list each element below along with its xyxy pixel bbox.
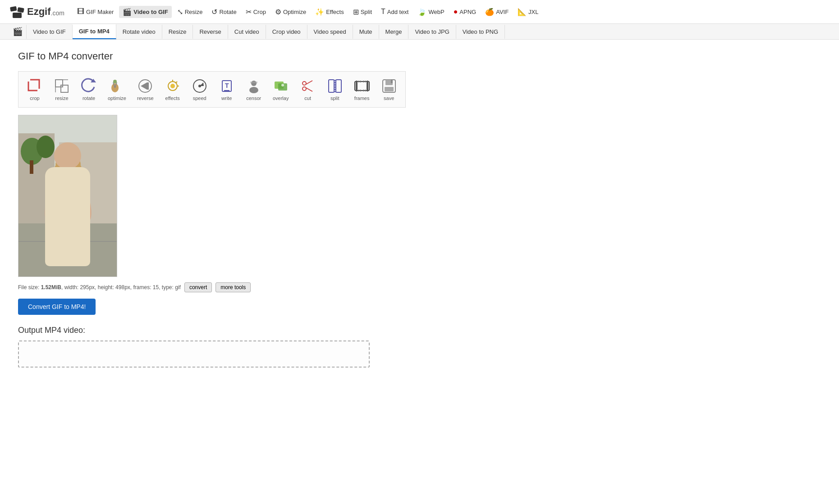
subnav-gif-to-mp4[interactable]: GIF to MP4 xyxy=(73,24,116,39)
svg-point-63 xyxy=(55,156,81,183)
nav-apng[interactable]: ● APNG xyxy=(450,6,480,18)
tool-overlay[interactable]: overlay xyxy=(268,75,293,104)
save-icon xyxy=(381,78,397,94)
optimize-icon xyxy=(109,78,125,94)
tool-censor[interactable]: censor xyxy=(241,75,266,104)
nav-rotate[interactable]: ↺ Rotate xyxy=(208,6,240,18)
tool-optimize[interactable]: optimize xyxy=(103,75,131,104)
svg-point-66 xyxy=(72,163,83,185)
svg-rect-45 xyxy=(358,90,359,91)
tool-split-label: split xyxy=(330,95,339,101)
subnav-cut-video[interactable]: Cut video xyxy=(228,25,266,39)
tool-rotate[interactable]: rotate xyxy=(76,75,101,104)
nav-webp[interactable]: 🍃 WebP xyxy=(414,6,448,18)
nav-optimize-label: Optimize xyxy=(283,9,306,15)
sub-navigation: 🎬 Video to GIF GIF to MP4 Rotate video R… xyxy=(0,24,839,40)
tool-speed[interactable]: speed xyxy=(187,75,212,104)
tool-resize[interactable]: resize xyxy=(49,75,74,104)
output-title: Output MP4 video: xyxy=(18,326,523,335)
subnav-reverse[interactable]: Reverse xyxy=(193,25,228,39)
optimize-icon-nav: ⚙ xyxy=(275,8,281,16)
nav-gif-maker-label: GIF Maker xyxy=(86,9,114,15)
nav-video-to-gif-label: Video to GIF xyxy=(133,9,168,15)
subnav-crop-video[interactable]: Crop video xyxy=(266,25,307,39)
more-tools-button[interactable]: more tools xyxy=(215,282,251,292)
svg-rect-42 xyxy=(367,81,368,91)
nav-add-text-label: Add text xyxy=(387,9,409,15)
nav-resize[interactable]: ⤡ Resize xyxy=(174,6,206,18)
tool-save[interactable]: save xyxy=(376,75,402,104)
svg-point-33 xyxy=(303,82,306,85)
svg-rect-2 xyxy=(13,13,22,18)
tool-overlay-label: overlay xyxy=(273,95,289,101)
tool-cut-label: cut xyxy=(304,95,311,101)
speed-icon xyxy=(192,78,208,94)
image-container xyxy=(18,115,523,277)
split-icon-nav: ⊞ xyxy=(353,8,359,16)
svg-point-69 xyxy=(43,189,57,222)
tool-resize-label: resize xyxy=(55,95,68,101)
tool-write-label: write xyxy=(221,95,232,101)
nav-video-to-gif[interactable]: 🎬 Video to GIF xyxy=(119,6,171,18)
output-box xyxy=(18,341,370,368)
tool-effects[interactable]: effects xyxy=(160,75,185,104)
nav-add-text[interactable]: T Add text xyxy=(377,6,412,18)
resize-icon xyxy=(54,78,70,94)
crop-icon xyxy=(27,78,43,94)
convert-button-small[interactable]: convert xyxy=(184,282,212,292)
subnav-video-to-jpg[interactable]: Video to JPG xyxy=(408,25,456,39)
svg-rect-14 xyxy=(147,82,149,90)
file-size-value: 1.52MiB xyxy=(41,284,61,291)
logo-text: Ezgif xyxy=(27,6,51,18)
jxl-icon-nav: 📐 xyxy=(518,8,527,16)
svg-rect-44 xyxy=(360,81,361,82)
subnav-video-to-png[interactable]: Video to PNG xyxy=(456,25,505,39)
main-content: GIF to MP4 converter crop resize rotate xyxy=(0,40,541,378)
nav-gif-maker[interactable]: 🎞 GIF Maker xyxy=(73,6,117,18)
nav-crop[interactable]: ✂ Crop xyxy=(242,6,270,18)
svg-rect-1 xyxy=(17,7,24,13)
subnav-mute[interactable]: Mute xyxy=(353,25,379,39)
convert-main-button[interactable]: Convert GIF to MP4! xyxy=(18,299,96,315)
tool-speed-label: speed xyxy=(193,95,206,101)
file-info-text: File size: 1.52MiB, width: 295px, height… xyxy=(18,284,181,291)
nav-resize-label: Resize xyxy=(185,9,203,15)
tool-reverse[interactable]: reverse xyxy=(133,75,158,104)
subnav-merge[interactable]: Merge xyxy=(379,25,409,39)
svg-point-34 xyxy=(303,87,306,91)
svg-rect-43 xyxy=(358,81,359,82)
gif-maker-icon: 🎞 xyxy=(77,8,84,16)
frames-icon xyxy=(354,78,370,94)
tool-split[interactable]: split xyxy=(322,75,348,104)
subnav-video-speed[interactable]: Video speed xyxy=(307,25,353,39)
svg-rect-37 xyxy=(329,80,334,92)
svg-rect-3 xyxy=(55,80,63,87)
nav-jxl[interactable]: 📐 JXL xyxy=(514,6,542,18)
svg-rect-38 xyxy=(336,80,341,92)
nav-apng-label: APNG xyxy=(459,9,476,15)
subnav-resize[interactable]: Resize xyxy=(162,25,193,39)
svg-rect-49 xyxy=(363,90,364,91)
svg-point-32 xyxy=(281,84,284,86)
svg-rect-61 xyxy=(18,223,117,277)
resize-icon-nav: ⤡ xyxy=(177,8,183,16)
svg-rect-48 xyxy=(365,81,366,82)
tool-cut[interactable]: cut xyxy=(295,75,321,104)
tool-write[interactable]: T write xyxy=(214,75,239,104)
nav-split[interactable]: ⊞ Split xyxy=(349,6,376,18)
svg-rect-54 xyxy=(385,87,394,91)
subnav-rotate-video[interactable]: Rotate video xyxy=(116,25,162,39)
rotate-icon xyxy=(81,78,97,94)
svg-marker-13 xyxy=(141,82,147,90)
file-size-label: File size: xyxy=(18,284,41,291)
subnav-video-to-gif[interactable]: Video to GIF xyxy=(26,25,73,39)
nav-avif[interactable]: 🍊 AVIF xyxy=(481,6,512,18)
logo[interactable]: Ezgif.com xyxy=(9,4,64,20)
nav-jxl-label: JXL xyxy=(528,9,538,15)
tool-crop[interactable]: crop xyxy=(22,75,47,104)
tool-frames[interactable]: frames xyxy=(349,75,375,104)
svg-point-59 xyxy=(37,136,55,158)
tool-reverse-label: reverse xyxy=(137,95,154,101)
nav-optimize[interactable]: ⚙ Optimize xyxy=(271,6,310,18)
nav-effects[interactable]: ✨ Effects xyxy=(312,6,348,18)
